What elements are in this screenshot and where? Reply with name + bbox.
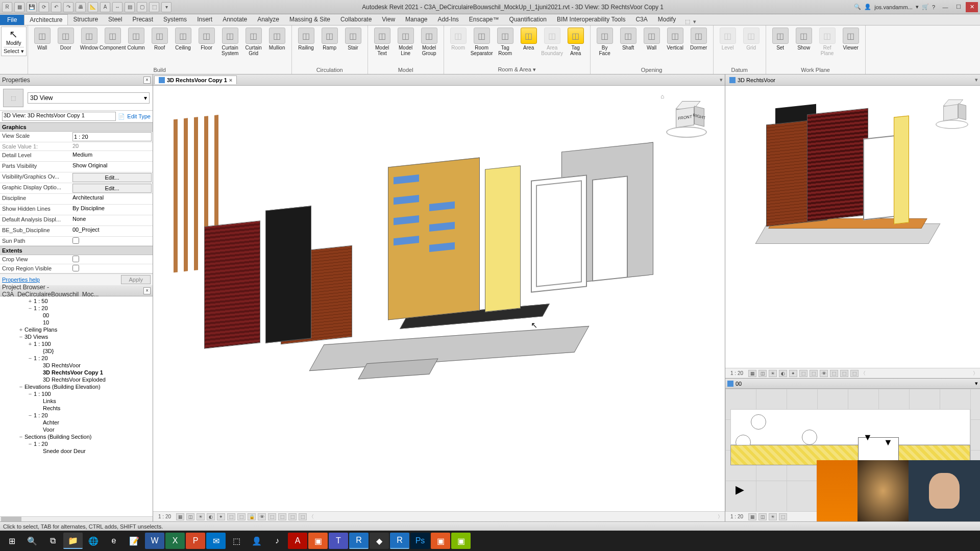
powerpoint[interactable]: P	[186, 533, 205, 549]
qat-thin[interactable]: ▤	[125, 2, 135, 12]
prop-edit-button[interactable]: Edit...	[72, 184, 152, 193]
tree-twisty-icon[interactable]: −	[28, 355, 33, 361]
ribbon-dormer[interactable]: ◫Dormer	[688, 27, 710, 52]
tree-item[interactable]: Rechts	[0, 405, 153, 412]
prop-dropdown[interactable]: Medium	[72, 152, 152, 161]
section-arrow-1[interactable]: ▼	[863, 432, 872, 443]
ribbon-tab-manage[interactable]: Manage	[400, 14, 432, 25]
ribbon-tab-structure[interactable]: Structure	[68, 14, 103, 25]
search-icon[interactable]: 🔍	[854, 4, 861, 10]
qat-text[interactable]: A	[100, 2, 110, 12]
ribbon-ramp[interactable]: ◫Ramp	[318, 27, 341, 52]
file-explorer[interactable]: 📁	[63, 533, 83, 549]
tree-twisty-icon[interactable]: −	[18, 434, 23, 440]
prop-checkbox[interactable]	[72, 237, 79, 244]
layer-door-opening[interactable]	[592, 176, 628, 281]
ribbon-expand-icon[interactable]: ⬚	[685, 18, 690, 25]
tree-item[interactable]: Snede door Deur	[0, 447, 153, 455]
notepad[interactable]: 📝	[125, 533, 144, 549]
vc-more2[interactable]: ⬚	[299, 513, 307, 520]
tree-item[interactable]: −1 : 100	[0, 390, 153, 397]
ribbon-column[interactable]: ◫Column	[125, 27, 148, 52]
properties-close-icon[interactable]: ×	[143, 77, 151, 84]
tree-item[interactable]: 00	[0, 312, 153, 319]
ribbon-tab-architecture[interactable]: Architecture	[24, 14, 68, 25]
qat-open[interactable]: ▦	[14, 2, 24, 12]
prop-checkbox[interactable]	[72, 265, 79, 271]
ribbon-tab-add-ins[interactable]: Add-Ins	[432, 14, 463, 25]
layer-insulation[interactable]	[485, 165, 521, 312]
prop-dropdown[interactable]: By Discipline	[72, 205, 152, 214]
assembled-wall-model[interactable]	[756, 101, 940, 244]
qat-sync[interactable]: ⟳	[39, 2, 49, 12]
ribbon-tab-systems[interactable]: Systems	[158, 14, 192, 25]
revit-1[interactable]: R	[349, 533, 369, 549]
app-5[interactable]: ▣	[431, 533, 450, 549]
user-name[interactable]: jos.vandamm...	[874, 4, 913, 10]
viewcube-home-icon[interactable]: ⌂	[660, 93, 664, 100]
ribbon-shaft[interactable]: ◫Shaft	[617, 27, 640, 52]
right-view-scale[interactable]: 1 : 20	[727, 370, 746, 376]
tree-item[interactable]: −1 : 20	[0, 355, 153, 362]
app-menu-button[interactable]: R	[2, 2, 12, 12]
vc-style[interactable]: ◫	[186, 513, 194, 520]
vc-hide[interactable]: 👁	[258, 513, 266, 520]
ribbon-tab-precast[interactable]: Precast	[127, 14, 158, 25]
tree-twisty-icon[interactable]: +	[18, 327, 23, 333]
ribbon-tab-steel[interactable]: Steel	[103, 14, 127, 25]
view-tab-close-icon[interactable]: ×	[229, 77, 232, 83]
right-view-dropdown[interactable]: ▾	[973, 77, 980, 83]
app-4[interactable]: ▣	[308, 533, 328, 549]
ribbon-vertical[interactable]: ◫Vertical	[664, 27, 687, 52]
tree-item[interactable]: −3D Views	[0, 333, 153, 340]
tree-item[interactable]: Voor	[0, 426, 153, 433]
prop-dropdown[interactable]: Architectural	[72, 194, 152, 204]
vc-more1[interactable]: ⬚	[288, 513, 297, 520]
ribbon-curtain-grid[interactable]: ◫CurtainGrid	[242, 27, 265, 57]
ribbon-show[interactable]: ◫Show	[793, 27, 815, 52]
ribbon-tab-c3a[interactable]: C3A	[630, 14, 652, 25]
ribbon-tag-area[interactable]: ◫TagArea	[565, 27, 587, 57]
word[interactable]: W	[145, 533, 164, 549]
qat-print[interactable]: 🖶	[76, 2, 86, 12]
main-3d-canvas[interactable]: ⌂ FRONT RIGHT	[153, 86, 725, 511]
vc-reveal[interactable]: ⬚	[268, 513, 276, 520]
revit-2[interactable]: R	[390, 533, 409, 549]
tree-twisty-icon[interactable]: +	[28, 341, 33, 347]
ribbon-model-group[interactable]: ◫ModelGroup	[418, 27, 440, 57]
tree-twisty-icon[interactable]: +	[28, 298, 33, 304]
layer-window-frame[interactable]	[531, 174, 587, 293]
tree-item[interactable]: +Ceiling Plans	[0, 326, 153, 333]
prop-dropdown[interactable]: None	[72, 216, 152, 225]
tree-item[interactable]: −1 : 20	[0, 440, 153, 447]
acrobat[interactable]: A	[288, 533, 307, 549]
ribbon-tag-room[interactable]: ◫TagRoom	[494, 27, 517, 57]
prop-dropdown[interactable]: Show Original	[72, 162, 152, 171]
plan-column-2[interactable]	[802, 430, 817, 445]
app-6[interactable]: ▣	[451, 533, 471, 549]
ribbon-railing[interactable]: ◫Railing	[295, 27, 317, 52]
teams[interactable]: T	[329, 533, 348, 549]
tree-twisty-icon[interactable]: −	[18, 334, 23, 340]
tree-twisty-icon[interactable]: −	[28, 412, 33, 418]
tree-item[interactable]: 10	[0, 319, 153, 326]
ribbon-wall[interactable]: ◫Wall	[31, 27, 54, 52]
tree-item[interactable]: +1 : 50	[0, 297, 153, 305]
ribbon-tab-massing-site[interactable]: Massing & Site	[284, 14, 335, 25]
viewcube-right[interactable]: RIGHT	[694, 106, 704, 127]
qat-switch[interactable]: ⬚	[149, 2, 159, 12]
qat-more[interactable]: ▾	[161, 2, 172, 12]
vc-crop2[interactable]: ⬚	[237, 513, 246, 520]
browser-close-icon[interactable]: ×	[143, 287, 151, 294]
instance-combo[interactable]: 3D View: 3D RechtsVoor Copy 1	[2, 112, 116, 121]
tree-item[interactable]: 3D RechtsVoor Copy 1	[0, 369, 153, 376]
ribbon-set[interactable]: ◫Set	[769, 27, 792, 52]
dynamo[interactable]: ◆	[370, 533, 389, 549]
ribbon-door[interactable]: ◫Door	[55, 27, 77, 52]
close-button[interactable]: ✕	[966, 2, 978, 12]
chrome[interactable]: 🌐	[84, 533, 103, 549]
ribbon-tab-enscape-[interactable]: Enscape™	[464, 14, 504, 25]
tree-item[interactable]: Achter	[0, 419, 153, 426]
taskbar-search[interactable]: 🔍	[22, 533, 42, 549]
vc-constraints[interactable]: ⬚	[278, 513, 286, 520]
